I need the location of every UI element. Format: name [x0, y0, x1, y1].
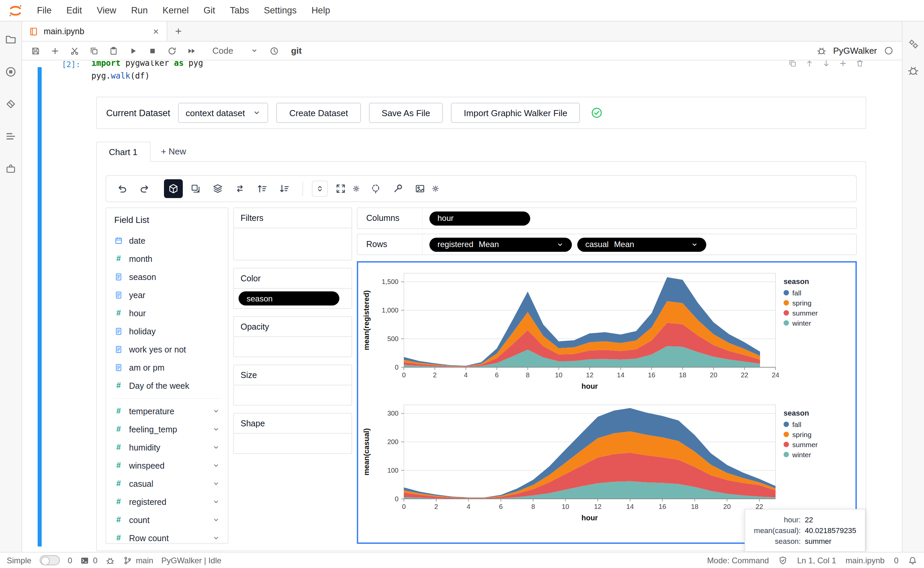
restart-kernel-button[interactable]: [163, 42, 181, 59]
chevron-down-icon[interactable]: [556, 241, 564, 248]
menu-file[interactable]: File: [30, 0, 59, 21]
chevron-down-icon[interactable]: [212, 480, 220, 488]
rows-pill-registered[interactable]: registeredMean: [429, 237, 572, 251]
field-registered[interactable]: #registered: [106, 493, 228, 511]
size-dropzone[interactable]: [234, 385, 351, 405]
columns-pill-hour[interactable]: hour: [429, 211, 530, 225]
save-button[interactable]: [26, 42, 44, 59]
legend-item-winter[interactable]: winter: [783, 317, 840, 328]
git-icon[interactable]: [5, 98, 17, 110]
running-sessions-icon[interactable]: [5, 66, 17, 78]
copy-cell-button[interactable]: [85, 42, 103, 59]
field-am-or-pm[interactable]: am or pm: [106, 358, 228, 377]
move-cell-down-icon[interactable]: [822, 60, 831, 68]
debugger-status-icon[interactable]: [106, 556, 115, 565]
chevron-down-icon[interactable]: [212, 498, 220, 506]
table-of-contents-icon[interactable]: [5, 130, 17, 142]
insert-cell-below-icon[interactable]: [839, 60, 847, 68]
sort-descending-button[interactable]: [275, 179, 294, 198]
chart-type-button[interactable]: [164, 179, 183, 198]
chevron-down-icon[interactable]: [212, 516, 220, 524]
duplicate-cell-icon[interactable]: [788, 60, 797, 68]
redo-button[interactable]: [135, 179, 154, 198]
kernels-status[interactable]: 0: [68, 556, 72, 565]
field-year[interactable]: year: [106, 286, 228, 304]
run-cell-button[interactable]: [124, 42, 142, 59]
field-humidity[interactable]: #humidity: [106, 438, 228, 456]
git-history-button[interactable]: [265, 42, 283, 59]
kernel-name[interactable]: PyGWalker: [833, 46, 877, 56]
chevron-down-icon[interactable]: [212, 408, 220, 415]
simple-mode-toggle[interactable]: [39, 555, 59, 565]
transpose-button[interactable]: [230, 179, 249, 198]
menu-kernel[interactable]: Kernel: [155, 0, 196, 21]
kernel-status-icon[interactable]: [884, 46, 894, 56]
chevron-down-icon[interactable]: [212, 535, 220, 542]
layers-button[interactable]: [208, 179, 227, 198]
chart-canvas[interactable]: 05001,0001,500024681012141618202224hourm…: [357, 261, 857, 544]
pill-aggregation[interactable]: Mean: [614, 240, 634, 249]
menu-run[interactable]: Run: [124, 0, 155, 21]
legend-item-spring[interactable]: spring: [783, 298, 840, 308]
new-chart-tab-button[interactable]: + New: [150, 141, 197, 161]
new-launcher-button[interactable]: [167, 21, 189, 41]
active-cell-indicator[interactable]: [38, 67, 42, 547]
filters-dropzone[interactable]: [234, 228, 351, 260]
sort-ascending-button[interactable]: [253, 179, 271, 198]
create-dataset-button[interactable]: Create Dataset: [277, 103, 361, 123]
cursor-position[interactable]: Ln 1, Col 1: [797, 556, 836, 565]
field-day-of-the-week[interactable]: #Day of the week: [106, 377, 228, 395]
dataset-select[interactable]: context dataset: [179, 103, 268, 123]
pill-aggregation[interactable]: Mean: [479, 240, 499, 249]
tools-button[interactable]: [388, 179, 407, 198]
notifications-bell-icon[interactable]: [908, 556, 917, 565]
resize-button[interactable]: [331, 179, 350, 198]
insert-cell-button[interactable]: [46, 42, 64, 59]
export-config-gear-icon[interactable]: [432, 184, 439, 193]
save-as-file-button[interactable]: Save As File: [369, 103, 443, 123]
field-count[interactable]: #count: [106, 511, 228, 529]
file-browser-icon[interactable]: [5, 33, 17, 46]
field-month[interactable]: #month: [106, 250, 228, 268]
field-casual[interactable]: #casual: [106, 475, 228, 493]
code-editor[interactable]: import pygwalker as pygpyg.walk(df): [91, 60, 902, 82]
field-date[interactable]: date: [106, 232, 228, 250]
move-cell-up-icon[interactable]: [805, 60, 814, 68]
legend-item-fall[interactable]: fall: [783, 419, 840, 429]
mode-indicator[interactable]: Mode: Command: [707, 556, 769, 565]
menu-settings[interactable]: Settings: [256, 0, 304, 21]
resize-config-gear-icon[interactable]: [352, 184, 360, 193]
import-graphic-walker-file-button[interactable]: Import Graphic Walker File: [451, 103, 580, 123]
property-inspector-icon[interactable]: [907, 38, 919, 50]
field-hour[interactable]: #hour: [106, 304, 228, 322]
legend-item-summer[interactable]: summer: [783, 308, 840, 317]
run-all-button[interactable]: [182, 42, 200, 59]
cut-cell-button[interactable]: [65, 42, 83, 59]
rows-dropzone[interactable]: registeredMeancasualMean: [423, 237, 706, 251]
debugger-sidebar-icon[interactable]: [907, 65, 919, 77]
legend-item-spring[interactable]: spring: [783, 429, 840, 439]
legend-item-winter[interactable]: winter: [783, 449, 840, 459]
field-season[interactable]: season: [106, 268, 228, 286]
interrupt-kernel-button[interactable]: [143, 42, 161, 59]
menu-tabs[interactable]: Tabs: [223, 0, 256, 21]
shape-dropzone[interactable]: [234, 434, 351, 453]
chevron-down-icon[interactable]: [212, 462, 220, 469]
chevron-down-icon[interactable]: [212, 426, 220, 433]
duplicate-view-button[interactable]: [186, 179, 205, 198]
opacity-dropzone[interactable]: [234, 337, 351, 357]
menu-view[interactable]: View: [89, 0, 124, 21]
field-feeling_temp[interactable]: #feeling_temp: [106, 420, 228, 438]
extension-manager-icon[interactable]: [5, 163, 17, 175]
field-work-yes-or-not[interactable]: work yes or not: [106, 340, 228, 358]
menu-edit[interactable]: Edit: [59, 0, 90, 21]
rows-pill-casual[interactable]: casualMean: [577, 237, 706, 251]
debugger-icon[interactable]: [816, 46, 827, 56]
field-winspeed[interactable]: #winspeed: [106, 456, 228, 475]
legend-item-fall[interactable]: fall: [783, 287, 840, 298]
menu-help[interactable]: Help: [304, 0, 338, 21]
terminals-status[interactable]: 0: [80, 556, 97, 565]
field-holiday[interactable]: holiday: [106, 322, 228, 340]
legend-item-summer[interactable]: summer: [783, 439, 840, 449]
chevron-down-icon[interactable]: [691, 241, 698, 248]
